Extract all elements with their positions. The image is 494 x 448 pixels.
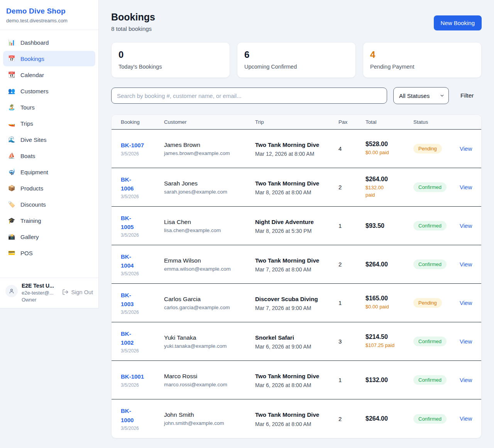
page-header: Bookings 8 total bookings New Booking — [111, 12, 482, 32]
booking-id-link[interactable]: BK-1003 — [121, 291, 139, 309]
booking-id-link[interactable]: BK-1006 — [121, 175, 139, 193]
sidebar-item-boats[interactable]: ⛵Boats — [3, 148, 95, 163]
calendar-icon: 📆 — [8, 71, 15, 78]
sidebar-item-label: Customers — [20, 88, 49, 94]
view-link[interactable]: View — [460, 261, 472, 268]
sidebar-nav: 📊Dashboard📅Bookings📆Calendar👥Customers🏝️… — [0, 30, 98, 278]
customer-cell: Carlos Garcia carlos.garcia@example.com — [164, 296, 255, 310]
total-amount: $264.00 — [365, 176, 409, 183]
trip-name: Two Tank Morning Dive — [255, 256, 321, 265]
total-cell: $93.50 — [365, 222, 413, 229]
customer-email: lisa.chen@example.com — [164, 227, 250, 233]
filter-button[interactable]: Filter — [460, 92, 474, 99]
status-badge: Pending — [413, 144, 442, 153]
customer-name: Lisa Chen — [164, 219, 250, 226]
booking-id-link[interactable]: BK-1007 — [121, 141, 144, 150]
user-email: e2e-tester@... — [22, 290, 58, 296]
equipment-icon: 🤿 — [8, 168, 15, 175]
customer-email: marco.rossi@example.com — [164, 382, 250, 387]
customer-email: john.smith@example.com — [164, 420, 250, 426]
trip-cell: Discover Scuba Diving Mar 7, 2026 at 9:0… — [255, 295, 338, 311]
view-link[interactable]: View — [460, 377, 472, 383]
customer-email: yuki.tanaka@example.com — [164, 343, 250, 349]
status-cell: Pending — [413, 298, 460, 308]
trip-time: Mar 7, 2026 at 8:00 AM — [255, 266, 334, 273]
boats-icon: ⛵ — [8, 152, 15, 159]
sidebar-item-label: Discounts — [20, 201, 46, 208]
sidebar-item-label: Dashboard — [20, 39, 49, 46]
sidebar-item-customers[interactable]: 👥Customers — [3, 83, 95, 99]
action-cell: View — [460, 184, 477, 191]
toolbar: All Statuses Filter — [111, 87, 482, 104]
customer-email: carlos.garcia@example.com — [164, 305, 250, 310]
booking-cell: BK-1004 3/5/2026 — [121, 252, 164, 277]
view-link[interactable]: View — [460, 222, 472, 229]
view-link[interactable]: View — [460, 338, 472, 345]
booking-id-link[interactable]: BK-1002 — [121, 329, 139, 347]
sign-out-button[interactable]: Sign Out — [62, 289, 93, 295]
customer-email: james.brown@example.com — [164, 150, 250, 156]
gallery-icon: 📸 — [8, 233, 15, 240]
booking-id-link[interactable]: BK-1000 — [121, 406, 139, 424]
trip-name: Night Dive Adventure — [255, 217, 321, 226]
view-link[interactable]: View — [460, 415, 472, 422]
status-badge: Confirmed — [413, 375, 447, 385]
trip-name: Snorkel Safari — [255, 333, 321, 342]
booking-cell: BK-1001 3/5/2026 — [121, 372, 164, 387]
user-info: E2E Test U... e2e-tester@... Owner — [22, 283, 58, 303]
column-header-status: Status — [413, 119, 460, 125]
trip-cell: Two Tank Morning Dive Mar 12, 2026 at 8:… — [255, 140, 338, 157]
total-cell: $264.00 — [365, 415, 413, 422]
pax-cell: 2 — [338, 261, 365, 268]
sidebar-item-calendar[interactable]: 📆Calendar — [3, 67, 95, 83]
page-title: Bookings — [111, 12, 155, 23]
sidebar-item-dashboard[interactable]: 📊Dashboard — [3, 35, 95, 50]
trip-time: Mar 6, 2026 at 8:00 AM — [255, 382, 334, 388]
status-filter-select[interactable]: All Statuses — [393, 87, 449, 104]
logout-icon — [62, 289, 69, 295]
sidebar-item-dive-sites[interactable]: 🌊Dive Sites — [3, 132, 95, 147]
sidebar-item-discounts[interactable]: 🏷️Discounts — [3, 197, 95, 212]
view-link[interactable]: View — [460, 184, 472, 190]
sidebar-item-tours[interactable]: 🏝️Tours — [3, 99, 95, 115]
stat-label: Pending Payment — [370, 64, 474, 70]
customer-cell: Emma Wilson emma.wilson@example.com — [164, 257, 255, 272]
sidebar-item-label: Training — [20, 217, 41, 224]
sidebar-footer: E2E Test U... e2e-tester@... Owner Sign … — [0, 278, 98, 308]
customer-cell: Marco Rossi marco.rossi@example.com — [164, 373, 255, 387]
trip-cell: Two Tank Morning Dive Mar 6, 2026 at 8:0… — [255, 410, 338, 427]
dive-sites-icon: 🌊 — [8, 136, 15, 143]
sidebar-item-products[interactable]: 📦Products — [3, 180, 95, 196]
new-booking-button[interactable]: New Booking — [434, 15, 482, 30]
paid-amount: $0.00 paid — [365, 149, 409, 157]
booking-id-link[interactable]: BK-1004 — [121, 252, 139, 270]
sidebar-item-label: Gallery — [20, 234, 39, 240]
sidebar-item-trips[interactable]: 🚤Trips — [3, 116, 95, 131]
sidebar-item-label: Products — [20, 185, 43, 192]
status-cell: Confirmed — [413, 182, 460, 192]
search-input[interactable] — [111, 88, 387, 104]
sidebar-item-training[interactable]: 🎓Training — [3, 213, 95, 228]
total-amount: $528.00 — [365, 141, 409, 148]
booking-id-link[interactable]: BK-1001 — [121, 372, 144, 381]
column-header-pax: Pax — [338, 119, 365, 125]
booking-cell: BK-1005 3/5/2026 — [121, 214, 164, 238]
training-icon: 🎓 — [8, 217, 15, 224]
sidebar-item-bookings[interactable]: 📅Bookings — [3, 51, 95, 66]
view-link[interactable]: View — [460, 300, 472, 306]
table-row: BK-1004 3/5/2026 Emma Wilson emma.wilson… — [112, 245, 481, 284]
sidebar-item-gallery[interactable]: 📸Gallery — [3, 229, 95, 244]
status-cell: Confirmed — [413, 221, 460, 231]
customer-name: Sarah Jones — [164, 180, 250, 187]
status-badge: Confirmed — [413, 221, 447, 231]
trip-name: Two Tank Morning Dive — [255, 179, 321, 188]
table-header-row: BookingCustomerTripPaxTotalStatus — [112, 115, 481, 130]
total-cell: $132.00 — [365, 377, 413, 384]
table-row: BK-1001 3/5/2026 Marco Rossi marco.rossi… — [112, 361, 481, 399]
view-link[interactable]: View — [460, 145, 472, 152]
booking-id-link[interactable]: BK-1005 — [121, 214, 139, 232]
sidebar-item-equipment[interactable]: 🤿Equipment — [3, 164, 95, 180]
total-cell: $214.50 $107.25 paid — [365, 333, 413, 349]
customer-name: Carlos Garcia — [164, 296, 250, 303]
sidebar-item-pos[interactable]: 💳POS — [3, 245, 95, 261]
